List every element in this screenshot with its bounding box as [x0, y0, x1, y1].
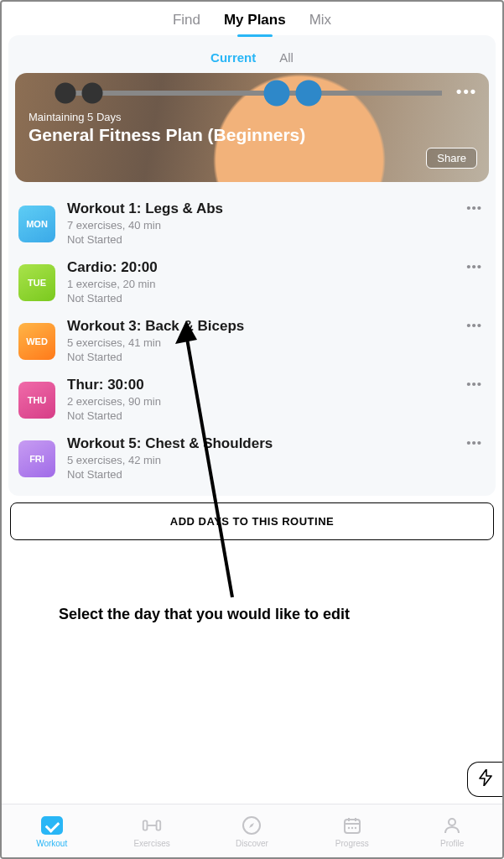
row-more-icon[interactable]: ••• [466, 200, 482, 215]
nav-exercises[interactable]: Exercises [122, 815, 181, 848]
row-more-icon[interactable]: ••• [466, 377, 482, 391]
add-days-button[interactable]: ADD DAYS TO THIS ROUTINE [10, 502, 494, 540]
nav-label: Workout [36, 839, 67, 848]
svg-point-11 [351, 826, 353, 828]
plan-subtitle: Maintaining 5 Days [29, 111, 475, 123]
workout-list: MON Workout 1: Legs & Abs 7 exercises, 4… [15, 195, 489, 489]
svg-rect-3 [157, 820, 161, 830]
share-button[interactable]: Share [426, 148, 477, 169]
day-chip: MON [18, 206, 55, 242]
workout-status: Not Started [67, 409, 486, 422]
nav-label: Profile [440, 839, 464, 848]
day-chip: FRI [18, 440, 55, 477]
workout-status: Not Started [67, 351, 486, 363]
workout-row-thu[interactable]: THU Thur: 30:00 2 exercises, 90 min Not … [15, 372, 489, 430]
workout-status: Not Started [67, 233, 486, 246]
workout-row-fri[interactable]: FRI Workout 5: Chest & Shoulders 5 exerc… [15, 430, 489, 489]
nav-label: Progress [335, 839, 369, 848]
svg-point-10 [348, 826, 350, 828]
svg-point-13 [449, 819, 455, 825]
workout-icon [41, 815, 63, 836]
nav-label: Discover [236, 839, 268, 848]
svg-rect-2 [143, 820, 148, 830]
sub-tabs: Current All [8, 35, 496, 73]
lightning-icon [479, 769, 492, 790]
row-more-icon[interactable]: ••• [466, 435, 482, 450]
compass-icon [241, 815, 262, 836]
subtab-all[interactable]: All [279, 50, 294, 65]
calendar-icon [341, 815, 363, 836]
tab-mix[interactable]: Mix [309, 12, 331, 29]
quick-action-button[interactable] [467, 762, 502, 797]
bottom-nav: Workout Exercises Discover Progress Prof… [2, 804, 502, 857]
plan-hero-card[interactable]: ••• Maintaining 5 Days General Fitness P… [15, 73, 489, 182]
workout-meta: 5 exercises, 42 min [67, 454, 486, 466]
day-chip: TUE [18, 264, 55, 301]
plan-more-icon[interactable]: ••• [456, 83, 477, 101]
content: ••• Maintaining 5 Days General Fitness P… [8, 73, 496, 496]
row-more-icon[interactable]: ••• [466, 259, 482, 273]
workout-status: Not Started [67, 292, 486, 305]
tab-find[interactable]: Find [173, 12, 200, 29]
day-chip: THU [18, 382, 55, 419]
nav-discover[interactable]: Discover [222, 815, 281, 848]
workout-title: Workout 3: Back & Biceps [67, 318, 486, 335]
subtab-current[interactable]: Current [210, 50, 256, 65]
workout-title: Thur: 30:00 [67, 377, 486, 393]
nav-profile[interactable]: Profile [423, 815, 481, 848]
day-chip: WED [18, 323, 55, 360]
nav-workout[interactable]: Workout [23, 815, 81, 848]
nav-label: Exercises [133, 839, 169, 848]
workout-status: Not Started [67, 468, 486, 481]
svg-point-12 [355, 826, 356, 828]
workout-row-wed[interactable]: WED Workout 3: Back & Biceps 5 exercises… [15, 313, 489, 372]
workout-title: Workout 5: Chest & Shoulders [67, 435, 486, 452]
annotation-text: Select the day that you would like to ed… [59, 606, 350, 623]
plan-title: General Fitness Plan (Beginners) [29, 125, 475, 145]
tab-my-plans[interactable]: My Plans [224, 12, 286, 29]
workout-meta: 1 exercise, 20 min [67, 278, 486, 290]
nav-progress[interactable]: Progress [323, 815, 382, 848]
workout-title: Cardio: 20:00 [67, 259, 486, 276]
row-more-icon[interactable]: ••• [466, 318, 482, 332]
workout-row-mon[interactable]: MON Workout 1: Legs & Abs 7 exercises, 4… [15, 195, 489, 254]
svg-rect-6 [345, 820, 360, 833]
workout-title: Workout 1: Legs & Abs [67, 200, 486, 217]
workout-meta: 2 exercises, 90 min [67, 395, 486, 408]
workout-meta: 7 exercises, 40 min [67, 219, 486, 232]
top-tabs: Find My Plans Mix [2, 2, 502, 35]
profile-icon [441, 815, 463, 836]
workout-row-tue[interactable]: TUE Cardio: 20:00 1 exercise, 20 min Not… [15, 254, 489, 313]
dumbbell-icon [141, 815, 163, 836]
workout-meta: 5 exercises, 41 min [67, 336, 486, 349]
